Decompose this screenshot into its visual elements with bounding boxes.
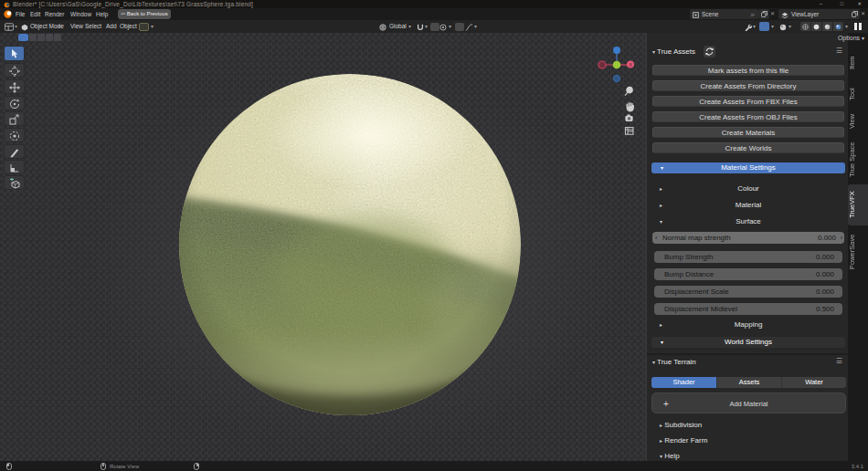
svg-text:X: X [629,62,632,68]
